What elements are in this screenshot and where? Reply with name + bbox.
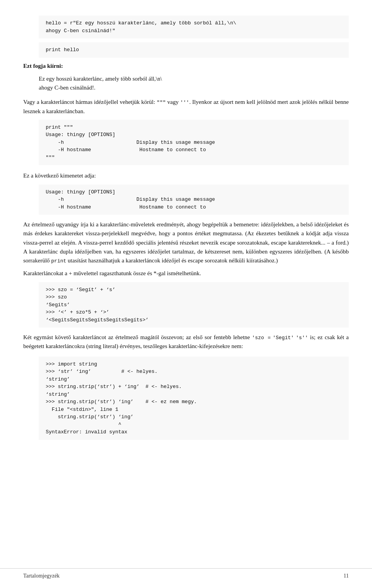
text-1: Vagy a karakterláncot hármas idézőjellel…: [23, 98, 349, 116]
code-block-2: print hello: [39, 42, 349, 58]
footer-right: 11: [344, 572, 349, 580]
code-block-3: print """ Usage: thingy [OPTIONS] -h Dis…: [39, 120, 349, 166]
text-2: Az értelmező ugyanúgy írja ki a karakter…: [23, 220, 349, 265]
output-label: Ezt fogja kiírni:: [23, 62, 349, 71]
code-block-4: Usage: thingy [OPTIONS] -h Display this …: [39, 185, 349, 215]
code-block-1: hello = r"Ez egy hosszú karakterlánc, am…: [39, 16, 349, 38]
text-4: Két egymást követő karakterláncot az ért…: [23, 333, 349, 351]
code-block-5: >>> szo = ‘Segít’ + ‘s’ >>> szo ‘Segíts’…: [39, 282, 349, 328]
code-block-6: >>> import string >>> ‘str’ ‘ing’ # <- h…: [39, 357, 349, 440]
output-block: Ez egy hosszú karakterlánc, amely több s…: [39, 74, 349, 93]
page-footer: Tartalomjegyzék 11: [0, 568, 372, 580]
section-title-1: Ez a következő kimenetet adja:: [23, 171, 349, 180]
main-content: hello = r"Ez egy hosszú karakterlánc, am…: [23, 16, 349, 440]
footer-left[interactable]: Tartalomjegyzék: [23, 572, 60, 580]
text-3: Karakterláncokat a + művelettel ragaszth…: [23, 269, 349, 278]
